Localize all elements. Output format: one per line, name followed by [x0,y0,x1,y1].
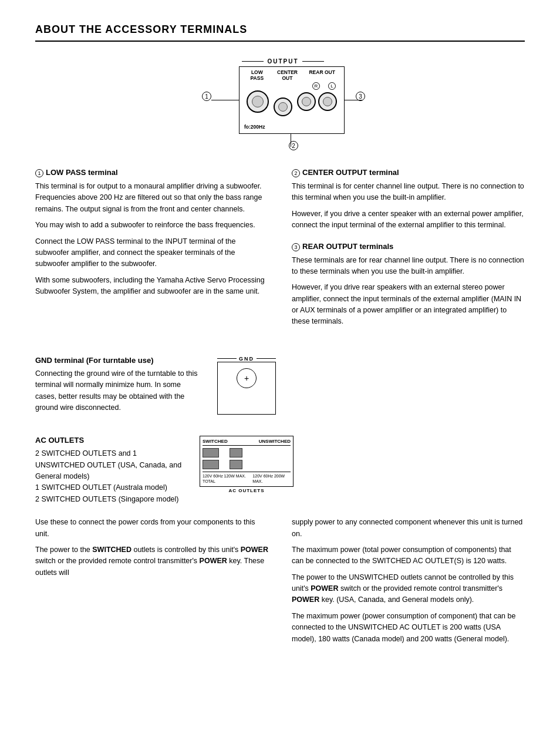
center-output-body: This terminal is for center channel line… [292,181,525,231]
unswitched-outlet-2 [230,460,242,469]
two-column-section: 1 LOW PASS terminal This terminal is for… [35,168,525,338]
gnd-body: Connecting the ground wire of the turnta… [35,368,200,414]
ac-outlets-heading: AC OUTLETS [35,436,188,445]
low-pass-num: 1 [35,169,43,177]
num1-circle: 1 [202,92,211,101]
gnd-diagram-box: + [217,362,276,415]
fo-label: fo:200Hz [244,124,265,130]
low-pass-heading: 1 LOW PASS terminal [35,168,268,177]
outlets-footer: 120V 60Hz 120W MAX. TOTAL 120V 60Hz 200W… [203,472,291,484]
rear-out-knob-l [318,92,337,111]
gnd-diagram-label: GND [237,356,257,362]
low-pass-label: LOWPASS [242,69,272,81]
unswitched-outlet-1 [230,448,242,457]
ac-outlets-diagram-label: AC OUTLETS [200,488,294,493]
center-out-knob [274,97,292,116]
gnd-diagram-area: GND + [217,356,276,415]
col-left: 1 LOW PASS terminal This terminal is for… [35,168,268,338]
rear-output-section: 3 REAR OUTPUT terminals These terminals … [292,242,525,328]
page-title: ABOUT THE ACCESSORY TERMINALS [35,23,525,42]
ac-diagram-area: SWITCHED UNSWITCHED 120V 60Hz 120W MAX. … [200,436,294,493]
ac-bottom-left: Use these to connect the power cords fro… [35,517,268,650]
col-right: 2 CENTER OUTPUT terminal This terminal i… [292,168,525,338]
output-label: OUTPUT [264,58,302,65]
outlets-header: SWITCHED UNSWITCHED [203,439,291,446]
low-pass-knob [247,90,269,113]
rear-output-body: These terminals are for rear channel lin… [292,255,525,328]
gnd-heading: GND terminal (For turntable use) [35,356,200,365]
gnd-section: GND terminal (For turntable use) Connect… [35,356,525,419]
center-out-label: CENTEROUT [272,69,302,81]
ac-bottom: Use these to connect the power cords fro… [35,517,525,650]
gnd-text: GND terminal (For turntable use) Connect… [35,356,200,419]
diagram-container: OUTPUT LOWPASS CENTEROUT REAR OUT R L [35,53,525,150]
rear-out-knob-r [297,92,316,111]
ac-top: AC OUTLETS 2 SWITCHED OUTLETS and 1 UNSW… [35,436,525,510]
center-num: 2 [292,169,300,177]
rear-num: 3 [292,243,300,251]
center-output-section: 2 CENTER OUTPUT terminal This terminal i… [292,168,525,231]
terminals-diagram: OUTPUT LOWPASS CENTEROUT REAR OUT R L [186,53,374,150]
ac-outlets-section: AC OUTLETS 2 SWITCHED OUTLETS and 1 UNSW… [35,436,525,650]
switched-outlet-1 [203,448,219,457]
ac-text-left: AC OUTLETS 2 SWITCHED OUTLETS and 1 UNSW… [35,436,188,510]
switched-outlet-2 [203,460,219,469]
outlets-row-1 [203,448,291,469]
low-pass-body: This terminal is for output to a monaura… [35,181,268,297]
output-box: LOWPASS CENTEROUT REAR OUT R L [239,66,345,134]
outlets-diagram: SWITCHED UNSWITCHED 120V 60Hz 120W MAX. … [200,436,294,487]
gnd-terminal-symbol: + [237,368,257,388]
rear-out-label: REAR OUT [303,69,341,81]
low-pass-section: 1 LOW PASS terminal This terminal is for… [35,168,268,297]
ac-outlets-body-left: 2 SWITCHED OUTLETS and 1 UNSWITCHED OUTL… [35,448,188,505]
r-label: R [312,82,320,90]
rear-output-heading: 3 REAR OUTPUT terminals [292,242,525,251]
l-label: L [328,82,336,90]
center-output-heading: 2 CENTER OUTPUT terminal [292,168,525,177]
ac-bottom-right: supply power to any connected component … [292,517,525,650]
